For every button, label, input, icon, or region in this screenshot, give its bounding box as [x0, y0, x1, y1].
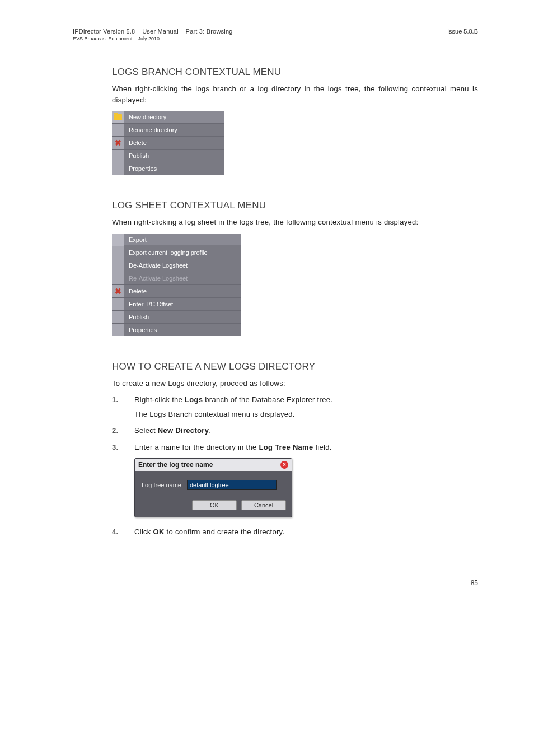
para-sheet-menu: When right-clicking a log sheet in the l… — [112, 217, 478, 228]
blank-icon — [112, 124, 124, 136]
input-value: default logtree — [190, 482, 229, 488]
ok-button[interactable]: OK — [192, 500, 237, 510]
step-text-part: field. — [313, 443, 332, 451]
step-text-part: branch of the Database Explorer tree. — [203, 395, 332, 404]
ctx-item-publish[interactable]: Publish — [112, 149, 224, 162]
delete-x-icon: ✖ — [112, 285, 124, 297]
para-branch-menu: When right-clicking the logs branch or a… — [112, 83, 478, 105]
header-underline — [439, 40, 478, 40]
ctx-label: Properties — [124, 324, 241, 335]
step-text-bold: New Directory — [158, 426, 209, 435]
blank-icon — [112, 324, 124, 336]
step-number: 2. — [112, 425, 134, 436]
step-text-part: . — [209, 426, 211, 435]
section-title-branch-menu: LOGS BRANCH CONTEXTUAL MENU — [112, 67, 478, 78]
step-text-part: Click — [134, 528, 153, 536]
step-4: 4. Click OK to confirm and create the di… — [112, 526, 478, 538]
ctx-item-publish-sheet[interactable]: Publish — [112, 310, 241, 323]
page-header: IPDirector Version 5.8 – User Manual – P… — [73, 28, 478, 41]
ctx-item-new-directory[interactable]: New directory — [112, 111, 224, 123]
step-text-part: Right-click the — [134, 395, 185, 404]
blank-icon — [112, 259, 124, 272]
ctx-label: Delete — [124, 286, 241, 297]
step-text-bold: Log Tree Name — [259, 443, 313, 451]
ctx-item-rename-directory[interactable]: Rename directory — [112, 123, 224, 136]
step-2: 2. Select New Directory. — [112, 425, 478, 436]
header-left-line2: EVS Broadcast Equipment – July 2010 — [73, 36, 233, 41]
ctx-label: Export current logging profile — [124, 247, 241, 258]
blank-icon — [112, 272, 124, 284]
ctx-label: Enter T/C Offset — [124, 298, 241, 310]
ctx-item-export-profile[interactable]: Export current logging profile — [112, 246, 241, 259]
context-menu-branch: New directory Rename directory ✖ Delete … — [112, 111, 224, 175]
dialog-log-tree-name: Enter the log tree name × Log tree name … — [134, 458, 292, 517]
step-text-bold: OK — [153, 528, 165, 536]
blank-icon — [112, 246, 124, 259]
ctx-item-tc-offset[interactable]: Enter T/C Offset — [112, 297, 241, 310]
ctx-label: Publish — [124, 150, 224, 161]
page-footer: 85 — [73, 571, 478, 587]
ctx-item-properties-sheet[interactable]: Properties — [112, 323, 241, 336]
section-title-howto: HOW TO CREATE A NEW LOGS DIRECTORY — [112, 361, 478, 372]
blank-icon — [112, 162, 124, 175]
dialog-field-label: Log tree name — [142, 482, 181, 488]
ctx-item-export[interactable]: Export — [112, 234, 241, 246]
step-1: 1. Right-click the Logs branch of the Da… — [112, 394, 478, 419]
ctx-label: Re-Activate Logsheet — [124, 273, 241, 284]
ctx-label: Delete — [124, 137, 224, 148]
step-number: 3. — [112, 442, 134, 453]
ctx-item-properties[interactable]: Properties — [112, 162, 224, 175]
section-title-sheet-menu: LOG SHEET CONTEXTUAL MENU — [112, 200, 478, 211]
step-3: 3. Enter a name for the directory in the… — [112, 442, 478, 453]
folder-icon — [112, 111, 124, 123]
step-text-bold: Logs — [185, 395, 203, 404]
delete-x-icon: ✖ — [112, 137, 124, 149]
page-number: 85 — [73, 579, 478, 587]
ctx-label: Properties — [124, 163, 224, 174]
para-howto-intro: To create a new Logs directory, proceed … — [112, 378, 478, 389]
step-number: 1. — [112, 394, 134, 419]
header-left-line1: IPDirector Version 5.8 – User Manual – P… — [73, 28, 233, 35]
ctx-item-deactivate-logsheet[interactable]: De-Activate Logsheet — [112, 259, 241, 272]
ctx-item-delete-sheet[interactable]: ✖ Delete — [112, 284, 241, 297]
ctx-label: Rename directory — [124, 124, 224, 136]
ctx-label: Publish — [124, 311, 241, 323]
ctx-label: Export — [124, 234, 241, 245]
header-issue: Issue 5.8.B — [439, 28, 478, 35]
blank-icon — [112, 311, 124, 323]
cancel-button[interactable]: Cancel — [241, 500, 286, 510]
log-tree-name-input[interactable]: default logtree — [187, 480, 277, 490]
ctx-item-reactivate-logsheet: Re-Activate Logsheet — [112, 272, 241, 284]
ctx-label: De-Activate Logsheet — [124, 260, 241, 271]
ctx-label: New directory — [124, 111, 224, 123]
blank-icon — [112, 150, 124, 162]
close-icon[interactable]: × — [280, 461, 288, 469]
context-menu-sheet: Export Export current logging profile De… — [112, 234, 241, 336]
blank-icon — [112, 298, 124, 310]
step-text-part: Select — [134, 426, 158, 435]
blank-icon — [112, 234, 124, 246]
step-text-part: to confirm and create the directory. — [165, 528, 285, 536]
step-text-part: Enter a name for the directory in the — [134, 443, 259, 451]
ctx-item-delete[interactable]: ✖ Delete — [112, 136, 224, 149]
step-number: 4. — [112, 526, 134, 538]
step-text-part: The Logs Branch contextual menu is displ… — [134, 409, 478, 420]
dialog-title-text: Enter the log tree name — [138, 461, 213, 469]
